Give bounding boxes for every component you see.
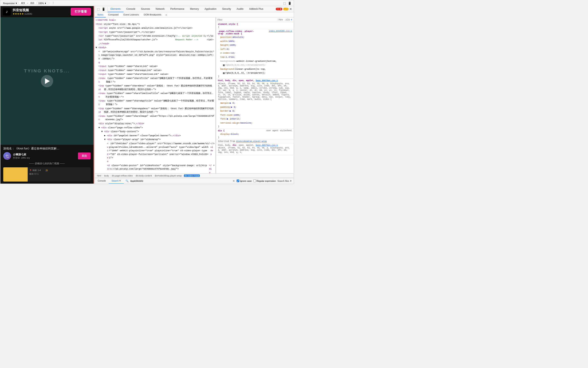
filter-input[interactable] [218, 18, 277, 21]
width-input-wrapper: × [19, 2, 36, 4]
style-line-strikethrough: background : -webkit-linear-gradient(bot… [218, 59, 292, 64]
regex-checkbox[interactable] [253, 180, 256, 182]
tab-memory[interactable]: Memory [187, 6, 202, 12]
chevron-down-icon: ▼ [44, 2, 47, 4]
follow-button[interactable]: 关注 [78, 153, 91, 159]
user-avatar: 七 [3, 152, 11, 160]
device-mode-btn[interactable]: 📱 [101, 7, 106, 11]
color-swatch2 [223, 72, 225, 74]
bottom-bar: Console Search ✕ 🔍 ✕ Ignore case [95, 178, 294, 184]
rating-count: (12836) [24, 13, 32, 15]
bc-item-videowrap[interactable]: div#videoWrap.player-wrap [154, 175, 182, 177]
color-swatch [223, 64, 225, 66]
html-line: ▼ <body> [95, 46, 215, 50]
style-line: top : 1.4rem; [218, 55, 292, 59]
search-files-arrow-icon: ▼ [290, 180, 292, 182]
style-line: padding : ▶ 0; [218, 105, 292, 109]
html-line: <video id="theVideo" class="video-player… [95, 142, 215, 164]
style-selector-div: div { [218, 129, 225, 132]
inspect-icon[interactable]: ⬚ [283, 1, 286, 5]
game-level-row: 📍 练级: 1-4 25 [29, 169, 48, 172]
search-tab-close-btn[interactable]: ✕ [119, 179, 121, 182]
tab-network[interactable]: Network [153, 6, 167, 12]
sub-tab-more[interactable]: » [164, 13, 169, 16]
filter-hov-btn[interactable]: :hov [277, 18, 283, 21]
inspect-element-btn[interactable]: ⬚ [96, 7, 100, 11]
bc-item-body-content[interactable]: div.body-content [135, 175, 152, 177]
tab-application[interactable]: Application [202, 6, 219, 12]
ignore-case-option[interactable]: Ignore case [237, 180, 251, 182]
game-moves: 移动: 0 / 1 [29, 173, 48, 175]
filter-cls-btn[interactable]: .cls [285, 18, 290, 21]
app-info: 抖音短视频 ★★★★★ (12836) [13, 8, 68, 15]
html-line: <html style="font-size: 56.4px;"> [95, 22, 215, 27]
style-line: width : 100%; [218, 39, 292, 44]
open-button[interactable]: 打开看看 [71, 8, 91, 16]
regex-option[interactable]: Regular expression [253, 180, 276, 182]
html-line: <input type="hidden" name="shareTimeline… [95, 92, 215, 99]
bc-item-html[interactable]: html [96, 175, 102, 177]
style-selector: element.style { [218, 23, 238, 25]
user-info: @幽游七叔 抖音ID: 1991 scy [13, 153, 76, 159]
nav-right: 🔴 3 △ 1 ✕ [276, 7, 294, 11]
html-line: ▶ <div id="pagelet-banner" class="pagele… [95, 134, 215, 138]
style-source-ua: user agent stylesheet [266, 129, 292, 132]
style-line-swatch: rgba(0,0,0,.6), □transparent); [218, 71, 292, 75]
tab-console[interactable]: Console [123, 6, 138, 12]
style-line: background : linear-gradient(to top, [218, 67, 292, 71]
bc-item-body[interactable]: body [103, 175, 109, 177]
sub-tab-styles[interactable]: Styles [95, 12, 106, 18]
style-line: vertical-align : baseline; [218, 121, 292, 125]
error-badge: 🔴 3 [276, 8, 282, 10]
device-icon[interactable]: 📱 [287, 1, 292, 5]
username: @幽游七叔 [13, 153, 76, 156]
html-line: <input type="hidden" name="shareLink" va… [95, 64, 215, 69]
tab-sources[interactable]: Sources [138, 6, 153, 12]
style-line: font : ▶ inherit; [218, 117, 292, 121]
style-section-inherited: html, body, div, span, applet, base_9907… [216, 143, 294, 155]
search-files-btn[interactable]: Search files ▼ [277, 180, 292, 182]
width-input[interactable] [19, 2, 27, 4]
app-header: ♪ 抖音短视频 ★★★★★ (12836) 打开看看 [0, 6, 93, 17]
html-line: <input type="hidden" name="shareAppTitle… [95, 99, 215, 107]
tab-performance[interactable]: Performance [167, 6, 187, 12]
styles-panel: :hov .cls + element.style { } [216, 18, 294, 174]
html-lines-container: <!DOCTYPE html><html style="font-size: 5… [95, 18, 215, 174]
zoom-select[interactable]: 100% ▼ [37, 2, 48, 5]
tab-adblock[interactable]: Adblock Plus [247, 6, 266, 12]
style-line: display : block; [218, 132, 292, 137]
html-line: <script async src="//www.google-analytic… [95, 26, 215, 30]
app-title: 抖音短视频 [13, 8, 68, 12]
tab-search-bottom[interactable]: Search ✕ [109, 178, 124, 184]
play-button[interactable] [41, 75, 53, 87]
search-clear-btn[interactable]: ✕ [233, 179, 235, 183]
style-selector-base: html, body, div, span, applet, base_9907… [218, 80, 278, 82]
devtools-close-btn[interactable]: ✕ [289, 7, 292, 11]
tiktok-logo: ♪ [6, 9, 8, 14]
search-input[interactable] [130, 180, 231, 182]
tab-security[interactable]: Security [219, 6, 234, 12]
filter-add-btn[interactable]: + [291, 18, 292, 21]
bc-item-video-mask[interactable]: div.video-mask [184, 175, 200, 177]
tab-audits[interactable]: Audits [234, 6, 246, 12]
style-line: margin : ▶ 0; [218, 101, 292, 105]
sub-tab-dom-breakpoints[interactable]: DOM Breakpoints [142, 12, 164, 18]
style-source: index_831528b.css:1 [269, 30, 292, 32]
bc-item-page-reflow[interactable]: div.page-reflow-video [111, 175, 133, 177]
style-line: left : 0; [218, 47, 292, 51]
sub-tab-computed[interactable]: Computed [106, 12, 121, 18]
devtools-icons: ⬚ 📱 [95, 7, 108, 11]
main-layout: ♪ 抖音短视频 ★★★★★ (12836) 打开看看 TYING KNOTS..… [0, 6, 294, 184]
ignore-case-checkbox[interactable] [237, 180, 239, 182]
inherited-link[interactable]: div#videoWrap.player-wrap [236, 140, 267, 143]
style-section-element: element.style { } [216, 22, 294, 29]
responsive-select[interactable]: Responsive ▼ [2, 2, 18, 5]
html-panel[interactable]: <!DOCTYPE html><html style="font-size: 5… [95, 18, 216, 174]
style-section-base: html, body, div, span, applet, base_9907… [216, 79, 294, 129]
height-input[interactable] [29, 2, 36, 4]
html-line: <input type="hidden" name="shareDesc" va… [95, 84, 215, 92]
sub-tab-event-listeners[interactable]: Event Listeners [121, 12, 142, 18]
tab-console-bottom[interactable]: Console [95, 178, 109, 184]
tab-elements[interactable]: Elements [108, 6, 123, 12]
more-options-btn[interactable]: ⋮ [51, 1, 56, 5]
